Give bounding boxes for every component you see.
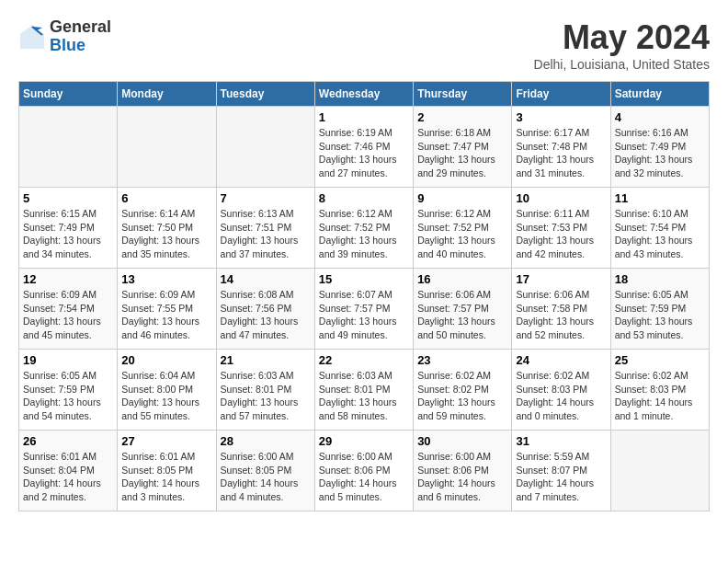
weekday-header-friday: Friday — [512, 82, 610, 107]
calendar-cell: 14Sunrise: 6:08 AMSunset: 7:56 PMDayligh… — [216, 269, 314, 350]
calendar-cell: 24Sunrise: 6:02 AMSunset: 8:03 PMDayligh… — [512, 350, 610, 431]
day-info: Sunrise: 6:06 AMSunset: 7:57 PMDaylight:… — [417, 288, 507, 342]
weekday-header-tuesday: Tuesday — [216, 82, 314, 107]
day-number: 6 — [121, 191, 211, 205]
day-info: Sunrise: 6:01 AMSunset: 8:04 PMDaylight:… — [23, 450, 113, 504]
calendar-week-1: 1Sunrise: 6:19 AMSunset: 7:46 PMDaylight… — [19, 107, 710, 188]
logo-general: General — [50, 18, 111, 37]
calendar-cell — [610, 431, 709, 511]
weekday-header-sunday: Sunday — [19, 82, 118, 107]
calendar-cell: 1Sunrise: 6:19 AMSunset: 7:46 PMDaylight… — [314, 107, 413, 188]
day-info: Sunrise: 6:05 AMSunset: 7:59 PMDaylight:… — [23, 369, 113, 423]
day-info: Sunrise: 6:06 AMSunset: 7:58 PMDaylight:… — [516, 288, 606, 342]
day-number: 20 — [121, 353, 211, 367]
weekday-header-wednesday: Wednesday — [314, 82, 413, 107]
calendar-table: SundayMondayTuesdayWednesdayThursdayFrid… — [18, 81, 710, 511]
day-info: Sunrise: 6:00 AMSunset: 8:05 PMDaylight:… — [221, 450, 311, 504]
day-number: 14 — [221, 272, 311, 286]
calendar-header: SundayMondayTuesdayWednesdayThursdayFrid… — [19, 82, 710, 107]
day-number: 1 — [319, 110, 409, 124]
calendar-cell: 2Sunrise: 6:18 AMSunset: 7:47 PMDaylight… — [414, 107, 512, 188]
calendar-cell: 3Sunrise: 6:17 AMSunset: 7:48 PMDaylight… — [512, 107, 610, 188]
day-number: 28 — [221, 434, 311, 448]
calendar-cell: 31Sunrise: 5:59 AMSunset: 8:07 PMDayligh… — [512, 431, 610, 511]
day-number: 16 — [417, 272, 507, 286]
day-number: 15 — [319, 272, 409, 286]
day-number: 11 — [615, 191, 705, 205]
calendar-cell: 27Sunrise: 6:01 AMSunset: 8:05 PMDayligh… — [118, 431, 216, 511]
calendar-cell: 6Sunrise: 6:14 AMSunset: 7:50 PMDaylight… — [118, 188, 216, 269]
day-info: Sunrise: 6:13 AMSunset: 7:51 PMDaylight:… — [221, 207, 311, 261]
day-info: Sunrise: 6:00 AMSunset: 8:06 PMDaylight:… — [319, 450, 409, 504]
calendar-cell: 5Sunrise: 6:15 AMSunset: 7:49 PMDaylight… — [19, 188, 118, 269]
calendar-cell: 28Sunrise: 6:00 AMSunset: 8:05 PMDayligh… — [216, 431, 314, 511]
weekday-header-thursday: Thursday — [414, 82, 512, 107]
calendar-cell: 13Sunrise: 6:09 AMSunset: 7:55 PMDayligh… — [118, 269, 216, 350]
day-number: 5 — [23, 191, 113, 205]
day-number: 10 — [516, 191, 606, 205]
day-number: 31 — [516, 434, 606, 448]
calendar-cell: 9Sunrise: 6:12 AMSunset: 7:52 PMDaylight… — [414, 188, 512, 269]
day-number: 9 — [417, 191, 507, 205]
logo-text: General Blue — [50, 18, 111, 55]
day-info: Sunrise: 6:08 AMSunset: 7:56 PMDaylight:… — [221, 288, 311, 342]
weekday-header-row: SundayMondayTuesdayWednesdayThursdayFrid… — [19, 82, 710, 107]
calendar-cell: 16Sunrise: 6:06 AMSunset: 7:57 PMDayligh… — [414, 269, 512, 350]
logo-icon — [18, 23, 46, 51]
calendar-cell: 15Sunrise: 6:07 AMSunset: 7:57 PMDayligh… — [314, 269, 413, 350]
calendar-cell — [216, 107, 314, 188]
day-info: Sunrise: 6:12 AMSunset: 7:52 PMDaylight:… — [319, 207, 409, 261]
calendar-cell: 30Sunrise: 6:00 AMSunset: 8:06 PMDayligh… — [414, 431, 512, 511]
calendar-cell: 12Sunrise: 6:09 AMSunset: 7:54 PMDayligh… — [19, 269, 118, 350]
calendar-body: 1Sunrise: 6:19 AMSunset: 7:46 PMDaylight… — [19, 107, 710, 511]
day-number: 27 — [121, 434, 211, 448]
day-info: Sunrise: 6:10 AMSunset: 7:54 PMDaylight:… — [615, 207, 705, 261]
day-number: 8 — [319, 191, 409, 205]
day-info: Sunrise: 6:09 AMSunset: 7:55 PMDaylight:… — [121, 288, 211, 342]
day-number: 22 — [319, 353, 409, 367]
day-number: 12 — [23, 272, 113, 286]
day-info: Sunrise: 6:07 AMSunset: 7:57 PMDaylight:… — [319, 288, 409, 342]
day-info: Sunrise: 6:18 AMSunset: 7:47 PMDaylight:… — [417, 126, 507, 180]
day-number: 26 — [23, 434, 113, 448]
calendar-cell: 23Sunrise: 6:02 AMSunset: 8:02 PMDayligh… — [414, 350, 512, 431]
day-number: 4 — [615, 110, 705, 124]
calendar-cell: 20Sunrise: 6:04 AMSunset: 8:00 PMDayligh… — [118, 350, 216, 431]
calendar-week-3: 12Sunrise: 6:09 AMSunset: 7:54 PMDayligh… — [19, 269, 710, 350]
calendar-cell — [19, 107, 118, 188]
day-number: 25 — [615, 353, 705, 367]
day-info: Sunrise: 6:15 AMSunset: 7:49 PMDaylight:… — [23, 207, 113, 261]
day-info: Sunrise: 6:12 AMSunset: 7:52 PMDaylight:… — [417, 207, 507, 261]
calendar-cell: 26Sunrise: 6:01 AMSunset: 8:04 PMDayligh… — [19, 431, 118, 511]
calendar-cell: 10Sunrise: 6:11 AMSunset: 7:53 PMDayligh… — [512, 188, 610, 269]
calendar-week-2: 5Sunrise: 6:15 AMSunset: 7:49 PMDaylight… — [19, 188, 710, 269]
location-subtitle: Delhi, Louisiana, United States — [534, 57, 710, 72]
day-info: Sunrise: 6:14 AMSunset: 7:50 PMDaylight:… — [121, 207, 211, 261]
day-info: Sunrise: 6:17 AMSunset: 7:48 PMDaylight:… — [516, 126, 606, 180]
logo-blue: Blue — [50, 37, 111, 55]
calendar-cell — [118, 107, 216, 188]
day-number: 29 — [319, 434, 409, 448]
day-number: 21 — [221, 353, 311, 367]
calendar-cell: 8Sunrise: 6:12 AMSunset: 7:52 PMDaylight… — [314, 188, 413, 269]
calendar-week-5: 26Sunrise: 6:01 AMSunset: 8:04 PMDayligh… — [19, 431, 710, 511]
day-number: 19 — [23, 353, 113, 367]
day-number: 30 — [417, 434, 507, 448]
day-info: Sunrise: 5:59 AMSunset: 8:07 PMDaylight:… — [516, 450, 606, 504]
day-number: 24 — [516, 353, 606, 367]
day-number: 18 — [615, 272, 705, 286]
logo: General Blue — [18, 18, 111, 55]
day-info: Sunrise: 6:02 AMSunset: 8:03 PMDaylight:… — [516, 369, 606, 423]
day-info: Sunrise: 6:03 AMSunset: 8:01 PMDaylight:… — [319, 369, 409, 423]
day-number: 7 — [221, 191, 311, 205]
day-number: 13 — [121, 272, 211, 286]
day-info: Sunrise: 6:02 AMSunset: 8:03 PMDaylight:… — [615, 369, 705, 423]
calendar-week-4: 19Sunrise: 6:05 AMSunset: 7:59 PMDayligh… — [19, 350, 710, 431]
month-year-title: May 2024 — [534, 18, 710, 57]
day-info: Sunrise: 6:03 AMSunset: 8:01 PMDaylight:… — [221, 369, 311, 423]
calendar-cell: 21Sunrise: 6:03 AMSunset: 8:01 PMDayligh… — [216, 350, 314, 431]
day-info: Sunrise: 6:00 AMSunset: 8:06 PMDaylight:… — [417, 450, 507, 504]
calendar-cell: 4Sunrise: 6:16 AMSunset: 7:49 PMDaylight… — [610, 107, 709, 188]
day-info: Sunrise: 6:09 AMSunset: 7:54 PMDaylight:… — [23, 288, 113, 342]
calendar-cell: 22Sunrise: 6:03 AMSunset: 8:01 PMDayligh… — [314, 350, 413, 431]
